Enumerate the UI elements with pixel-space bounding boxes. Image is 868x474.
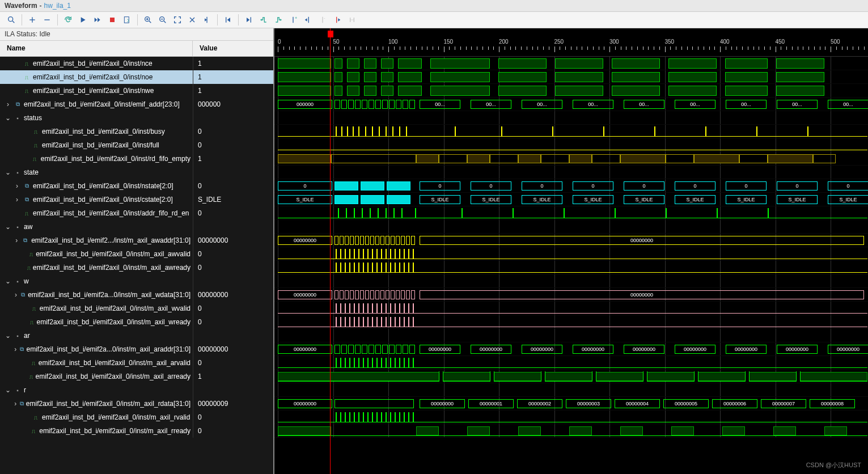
signal-list[interactable]: ⎍emif2axil_inst_bd_i/emif2axil_0/inst/nc… (0, 57, 273, 474)
signal-row[interactable]: ⌄▪state (0, 166, 273, 179)
signal-row[interactable]: ⎍emif2axil_inst_bd_i/emif2axil_0/inst/fu… (0, 138, 273, 152)
signal-row[interactable]: ⎍emif2axil_inst_bd_i/emif2axil_0/inst/ad… (0, 206, 273, 220)
expand-icon[interactable]: ⌄ (5, 277, 11, 285)
signal-row[interactable]: ⌄▪w (0, 274, 273, 288)
expand-icon[interactable]: ⌄ (5, 386, 11, 394)
wave-row[interactable]: 00000000...00...00...00...00...00...00..… (274, 98, 868, 111)
wave-row[interactable] (274, 329, 868, 342)
next-edge-icon[interactable] (272, 13, 285, 27)
swap-icon[interactable] (185, 13, 199, 27)
wave-row[interactable]: 0000000000000000000000010000000200000003… (274, 397, 868, 410)
prev-edge-icon[interactable] (257, 13, 270, 27)
wave-row[interactable]: 0000000000000000000000000000000000000000… (274, 342, 868, 356)
signal-value: 00000000 (193, 288, 273, 302)
signal-row[interactable]: ⎍emif2axil_inst_bd_i/emif2axil_0/inst/no… (0, 70, 273, 84)
signal-row[interactable]: ›⧉emif2axil_inst_bd_i/emif2a...0/inst/m_… (0, 288, 273, 302)
expand-icon[interactable]: › (14, 291, 18, 299)
waveform-panel[interactable]: 050100150200250300350400450500 00000000.… (274, 28, 868, 474)
wave-row[interactable] (274, 410, 868, 424)
wave-row[interactable] (274, 370, 868, 383)
wave-row[interactable] (274, 57, 868, 70)
prev-marker-icon[interactable] (301, 13, 315, 27)
signal-row[interactable]: ›⧉emif2axil_inst_bd_i/emif2axil_0/inst/m… (0, 397, 273, 410)
expand-icon[interactable]: › (5, 100, 11, 108)
zoom-in-icon[interactable] (141, 13, 155, 27)
wave-row[interactable] (274, 206, 868, 220)
zoom-fit-icon[interactable] (171, 13, 184, 27)
expand-icon[interactable]: ⌄ (5, 332, 11, 340)
signal-row[interactable]: ›⧉emif2axil_inst_bd_i/emif2axil_0/inst/c… (0, 193, 273, 206)
wave-row[interactable] (274, 84, 868, 98)
search-icon[interactable] (5, 13, 18, 27)
signal-row[interactable]: ⎍emif2axil_inst_bd_i/emif2axil_0/inst/nc… (0, 57, 273, 70)
wave-row[interactable] (274, 152, 868, 166)
wave-row[interactable]: 0000000000 (274, 179, 868, 193)
remove-marker-icon[interactable]: - (316, 13, 329, 27)
signal-row[interactable]: ⎍emif2axil_inst_bd_i/emif2axil_0/inst/m_… (0, 261, 273, 274)
wave-row[interactable]: 0000000000000000 (274, 288, 868, 302)
signal-row[interactable]: ⎍emif2axil_inst_bd_i/emif2axil_0/inst/nw… (0, 84, 273, 98)
expand-icon[interactable]: › (14, 196, 20, 204)
wave-row[interactable] (274, 315, 868, 329)
wave-row[interactable] (274, 302, 868, 315)
wave-body[interactable]: 00000000...00...00...00...00...00...00..… (274, 57, 868, 438)
cursor-marker[interactable] (328, 31, 333, 37)
wave-row[interactable] (274, 166, 868, 179)
wave-row[interactable] (274, 383, 868, 397)
next-marker-icon[interactable] (331, 13, 344, 27)
zoom-out-icon[interactable] (156, 13, 170, 27)
wave-row[interactable] (274, 356, 868, 370)
expand-icon[interactable]: › (14, 345, 18, 353)
play-icon[interactable] (76, 13, 90, 27)
signal-row[interactable]: ⌄▪ar (0, 329, 273, 342)
signal-row[interactable]: ⌄▪aw (0, 220, 273, 234)
wave-row[interactable] (274, 247, 868, 261)
signal-row[interactable]: ⎍emif2axil_inst_bd_i/emif2axil_0/inst/m_… (0, 247, 273, 261)
signal-row[interactable]: ⎍emif2axil_inst_bd_i/emif2axil_0/inst/bu… (0, 125, 273, 138)
signal-row[interactable]: ⎍emif2axil_inst_bd_i/emif2axil_0/inst/m_… (0, 424, 273, 438)
expand-icon[interactable]: ⌄ (5, 114, 11, 122)
signal-row[interactable]: ⎍emif2axil_inst_bd_i/emif2axil_0/inst/m_… (0, 302, 273, 315)
col-value-header[interactable]: Value (193, 41, 273, 56)
wave-row[interactable] (274, 424, 868, 438)
minus-icon[interactable] (40, 13, 54, 27)
wave-row[interactable] (274, 274, 868, 288)
stop-icon[interactable] (105, 13, 119, 27)
wave-row[interactable] (274, 70, 868, 84)
wave-row[interactable]: S_IDLES_IDLES_IDLES_IDLES_IDLES_IDLES_ID… (274, 193, 868, 206)
time-ruler[interactable]: 050100150200250300350400450500 (274, 28, 868, 57)
signal-row[interactable]: ⌄▪r (0, 383, 273, 397)
signal-row[interactable]: ⎍emif2axil_inst_bd_i/emif2axil_0/inst/m_… (0, 410, 273, 424)
signal-row[interactable]: ›⧉emif2axil_inst_bd_i/emif2a...0/inst/m_… (0, 342, 273, 356)
cursor-line[interactable] (330, 28, 331, 474)
wave-row[interactable] (274, 220, 868, 234)
expand-icon[interactable]: › (14, 400, 17, 408)
signal-row[interactable]: ⎍emif2axil_inst_bd_i/emif2axil_0/inst/rd… (0, 152, 273, 166)
add-marker-icon[interactable]: + (286, 13, 300, 27)
wave-row[interactable] (274, 111, 868, 125)
wave-row[interactable]: 0000000000000000 (274, 234, 868, 247)
expand-icon[interactable]: ⌄ (5, 223, 11, 231)
marker-span-icon[interactable] (345, 13, 359, 27)
go-cursor-icon[interactable] (200, 13, 214, 27)
signal-row[interactable]: ⎍emif2axil_inst_bd_i/emif2axil_0/inst/m_… (0, 356, 273, 370)
refresh-icon[interactable] (61, 13, 75, 27)
col-name-header[interactable]: Name (0, 41, 193, 56)
expand-icon[interactable]: › (14, 236, 20, 244)
signal-row[interactable]: ›⧉emif2axil_inst_bd_i/emif2.../inst/m_ax… (0, 234, 273, 247)
expand-icon[interactable]: › (14, 182, 20, 190)
wave-row[interactable] (274, 138, 868, 152)
plus-icon[interactable] (26, 13, 39, 27)
expand-icon[interactable]: ⌄ (5, 168, 11, 176)
signal-row[interactable]: ⎍emif2axil_inst_bd_i/emif2axil_0/inst/m_… (0, 370, 273, 383)
export-icon[interactable] (120, 13, 134, 27)
wave-row[interactable] (274, 261, 868, 274)
go-end-icon[interactable] (242, 13, 256, 27)
wave-row[interactable] (274, 125, 868, 138)
signal-row[interactable]: ›⧉emif2axil_inst_bd_i/emif2axil_0/inst/n… (0, 179, 273, 193)
signal-row[interactable]: ›⧉emif2axil_inst_bd_i/emif2axil_0/inst/e… (0, 98, 273, 111)
go-start-icon[interactable] (221, 13, 235, 27)
signal-row[interactable]: ⌄▪status (0, 111, 273, 125)
signal-row[interactable]: ⎍emif2axil_inst_bd_i/emif2axil_0/inst/m_… (0, 315, 273, 329)
fast-forward-icon[interactable] (91, 13, 104, 27)
